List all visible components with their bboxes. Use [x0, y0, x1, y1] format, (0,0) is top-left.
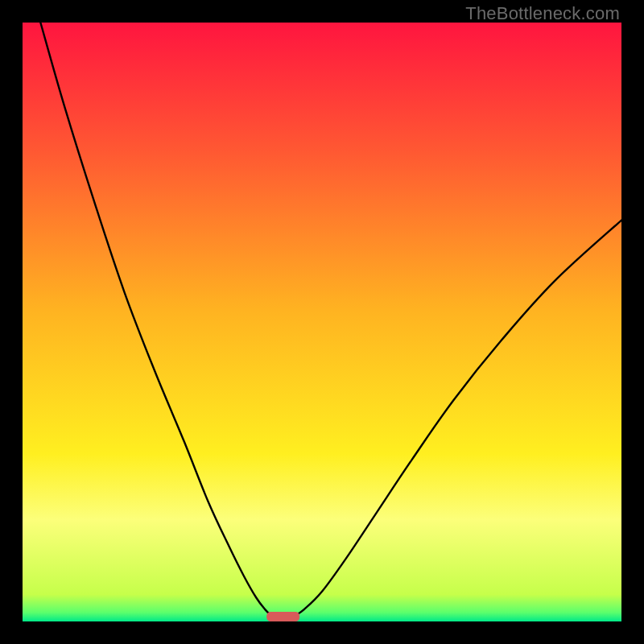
gradient-background — [23, 23, 621, 621]
minimum-marker — [266, 612, 299, 621]
watermark-text: TheBottleneck.com — [465, 3, 620, 24]
chart-frame — [23, 23, 621, 621]
bottleneck-chart — [23, 23, 621, 621]
